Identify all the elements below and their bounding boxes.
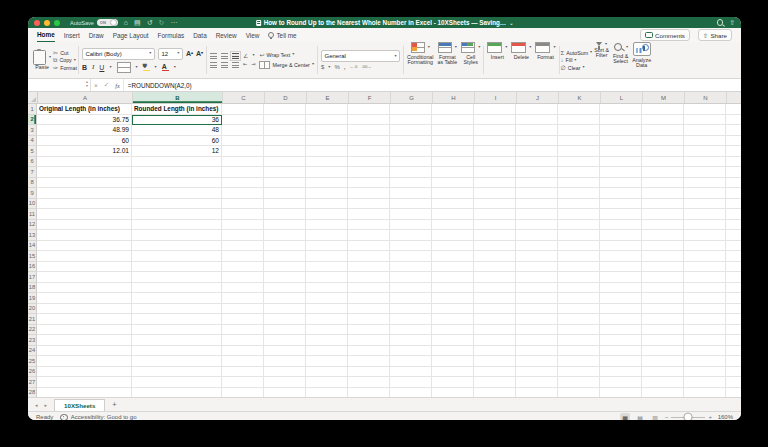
cell-F10[interactable] (348, 199, 390, 210)
cell-D27[interactable] (264, 377, 306, 388)
cell-M19[interactable] (642, 293, 684, 304)
tab-view[interactable]: View (246, 29, 260, 42)
cell-D13[interactable] (264, 230, 306, 241)
cell-C22[interactable] (222, 325, 264, 336)
cell-G9[interactable] (390, 188, 432, 199)
increase-decimal-button[interactable]: ←.0 (349, 65, 357, 69)
cell-J19[interactable] (516, 293, 558, 304)
cell-I1[interactable] (474, 104, 516, 115)
cell-partial-20[interactable] (726, 304, 741, 315)
cell-C3[interactable] (222, 125, 264, 136)
cell-B22[interactable] (132, 325, 222, 336)
cell-G3[interactable] (390, 125, 432, 136)
cell-A2[interactable]: 36.75 (37, 115, 132, 126)
cell-D21[interactable] (264, 314, 306, 325)
cell-E12[interactable] (306, 220, 348, 231)
cell-M18[interactable] (642, 283, 684, 294)
cell-D20[interactable] (264, 304, 306, 315)
cell-G4[interactable] (390, 136, 432, 147)
cell-F24[interactable] (348, 346, 390, 357)
cell-H14[interactable] (432, 241, 474, 252)
cell-A28[interactable] (37, 388, 132, 398)
cell-I23[interactable] (474, 335, 516, 346)
cell-B15[interactable] (132, 251, 222, 262)
cell-I10[interactable] (474, 199, 516, 210)
row-header-28[interactable]: 28 (28, 388, 37, 398)
cell-I14[interactable] (474, 241, 516, 252)
cell-K21[interactable] (558, 314, 600, 325)
cell-D8[interactable] (264, 178, 306, 189)
cell-J28[interactable] (516, 388, 558, 398)
cell-J14[interactable] (516, 241, 558, 252)
row-header-5[interactable]: 5 (28, 146, 37, 157)
cell-partial-23[interactable] (726, 335, 741, 346)
cell-L13[interactable] (600, 230, 642, 241)
cell-F19[interactable] (348, 293, 390, 304)
cell-N28[interactable] (684, 388, 726, 398)
cell-D6[interactable] (264, 157, 306, 168)
autosum-button[interactable]: Σ AutoSum ▾ (561, 50, 593, 56)
cell-L12[interactable] (600, 220, 642, 231)
cell-partial-9[interactable] (726, 188, 741, 199)
cell-A8[interactable] (37, 178, 132, 189)
cell-A16[interactable] (37, 262, 132, 273)
cell-H21[interactable] (432, 314, 474, 325)
wrap-text-button[interactable]: ↩ Wrap Text ▾ (259, 52, 294, 58)
cut-button[interactable]: ✂ Cut (53, 50, 77, 56)
cell-I6[interactable] (474, 157, 516, 168)
cell-M11[interactable] (642, 209, 684, 220)
cell-styles-button[interactable]: ▾ CellStyles (459, 42, 482, 78)
cell-H10[interactable] (432, 199, 474, 210)
cell-N25[interactable] (684, 356, 726, 367)
sort-filter-button[interactable]: ▾ Sort &Filter (592, 42, 611, 78)
cell-E6[interactable] (306, 157, 348, 168)
cell-partial-7[interactable] (726, 167, 741, 178)
cell-H8[interactable] (432, 178, 474, 189)
cell-D25[interactable] (264, 356, 306, 367)
row-header-15[interactable]: 15 (28, 251, 37, 262)
cell-J27[interactable] (516, 377, 558, 388)
cell-A14[interactable] (37, 241, 132, 252)
cell-partial-27[interactable] (726, 377, 741, 388)
cell-B28[interactable] (132, 388, 222, 398)
cell-K24[interactable] (558, 346, 600, 357)
cell-C12[interactable] (222, 220, 264, 231)
decrease-decimal-button[interactable]: .00→ (361, 65, 371, 69)
cell-F16[interactable] (348, 262, 390, 273)
cell-B17[interactable] (132, 272, 222, 283)
cell-partial-1[interactable] (726, 104, 741, 115)
cell-M14[interactable] (642, 241, 684, 252)
cell-M25[interactable] (642, 356, 684, 367)
cell-K15[interactable] (558, 251, 600, 262)
row-header-14[interactable]: 14 (28, 241, 37, 252)
cell-E17[interactable] (306, 272, 348, 283)
cell-D16[interactable] (264, 262, 306, 273)
cell-M9[interactable] (642, 188, 684, 199)
cell-L28[interactable] (600, 388, 642, 398)
cell-I27[interactable] (474, 377, 516, 388)
bold-button[interactable]: B (82, 64, 87, 71)
cell-C10[interactable] (222, 199, 264, 210)
cell-N6[interactable] (684, 157, 726, 168)
cell-H18[interactable] (432, 283, 474, 294)
cell-A25[interactable] (37, 356, 132, 367)
cell-G23[interactable] (390, 335, 432, 346)
tab-formulas[interactable]: Formulas (158, 29, 185, 42)
minimize-window-button[interactable] (44, 20, 50, 26)
cell-C25[interactable] (222, 356, 264, 367)
cell-C24[interactable] (222, 346, 264, 357)
close-window-button[interactable] (34, 20, 40, 26)
cell-C27[interactable] (222, 377, 264, 388)
row-header-23[interactable]: 23 (28, 335, 37, 346)
cell-N16[interactable] (684, 262, 726, 273)
cell-partial-15[interactable] (726, 251, 741, 262)
cell-partial-24[interactable] (726, 346, 741, 357)
cell-K8[interactable] (558, 178, 600, 189)
cell-A18[interactable] (37, 283, 132, 294)
cell-K7[interactable] (558, 167, 600, 178)
cell-E22[interactable] (306, 325, 348, 336)
row-header-24[interactable]: 24 (28, 346, 37, 357)
cell-M5[interactable] (642, 146, 684, 157)
cell-F20[interactable] (348, 304, 390, 315)
italic-button[interactable]: I (92, 63, 94, 71)
